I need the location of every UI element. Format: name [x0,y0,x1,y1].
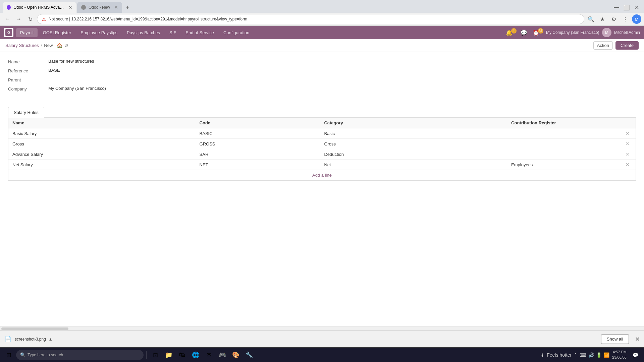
start-button[interactable]: ⊞ [3,349,15,361]
app-bar-right: 🔔 1 💬 ⏰ 31 My Company (San Francisco) M … [504,28,640,37]
back-button[interactable]: ← [3,14,12,24]
tab2-label: Odoo - New [89,5,110,10]
action-button[interactable]: Action [593,41,613,50]
tab2-close[interactable]: ✕ [114,5,118,10]
table-row[interactable]: Advance Salary SAR Deduction ✕ [8,149,636,160]
delete-row-4[interactable]: ✕ [624,161,632,168]
menu-payslips-batches[interactable]: Payslips Batches [123,28,164,37]
menu-sif[interactable]: SIF [165,28,180,37]
app1-icon: 🎮 [219,351,226,359]
taskbar-search[interactable]: 🔍 Type here to search [16,350,144,360]
extensions-icon[interactable]: ⚙ [609,14,619,24]
close-button[interactable]: ✕ [632,3,641,12]
field-reference: Reference BASE [8,68,636,73]
company-info[interactable]: My Company (San Francisco) [546,30,599,35]
taskbar-search-icon: 🔍 [20,352,25,357]
delete-row-2[interactable]: ✕ [624,140,632,147]
value-reference[interactable]: BASE [48,68,60,73]
menu-config[interactable]: Configuration [219,28,253,37]
menu-payroll[interactable]: Payroll [16,28,38,37]
notification-center-button[interactable]: 💬 [629,349,641,361]
keyboard-icon[interactable]: ⌨ [580,352,586,358]
sys-icons: 🌡 Feels hotter ⌃ ⌨ 🔊 🔋 📶 [540,352,609,358]
system-date: 23/06/06 [612,355,627,360]
download-close-icon[interactable]: ✕ [635,336,640,343]
cell-name-3: Advance Salary [8,149,196,160]
cell-code-3: SAR [196,149,320,160]
new-tab-button[interactable]: + [123,3,132,12]
mail-button[interactable]: ✉ [203,349,215,361]
download-item: 📄 screenshot-3.png ▲ [4,335,53,343]
network-icon[interactable]: 📶 [604,352,609,358]
address-bar[interactable]: ⚠ Not secure | 13.232.216.157:8216/web#m… [37,14,584,24]
breadcrumb-separator: / [41,43,42,48]
table-header: Name Code Category Contribution Register [8,118,636,128]
scrollbar-thumb[interactable] [1,327,68,330]
volume-icon[interactable]: 🔊 [588,352,594,358]
table-row[interactable]: Gross GROSS Gross ✕ [8,139,636,149]
menu-employee-payslips[interactable]: Employee Payslips [76,28,121,37]
breadcrumb-parent[interactable]: Salary Structures [5,43,39,48]
store-button[interactable]: 🛍 [176,349,188,361]
bookmark-icon[interactable]: ★ [598,14,607,24]
browser-tab-2[interactable]: Odoo - New ✕ [77,2,122,13]
cell-code-1: BASIC [196,128,320,139]
table-row[interactable]: Net Salary NET Net Employees ✕ [8,160,636,170]
refresh-button[interactable]: ↻ [25,14,35,24]
file-explorer-button[interactable]: 📁 [163,349,175,361]
col-header-code: Code [196,118,320,128]
form-content: Name Base for new structures Reference B… [0,52,644,102]
app3-button[interactable]: 🔧 [243,349,255,361]
app1-button[interactable]: 🎮 [216,349,228,361]
store-icon: 🛍 [179,351,185,358]
tab1-label: Odoo - Open HRMS Advance Sa [13,5,64,10]
delete-row-1[interactable]: ✕ [624,130,632,137]
task-view-button[interactable]: ⊡ [149,349,161,361]
tab1-icon [7,5,11,10]
value-name[interactable]: Base for new structures [48,59,94,64]
secondary-header: Salary Structures / New 🏠 ↺ Action Creat… [0,39,644,52]
chrome-button[interactable]: 🌐 [190,349,202,361]
cell-contribution-4: Employees [507,160,620,170]
tab-salary-rules[interactable]: Salary Rules [8,107,44,118]
horizontal-scrollbar[interactable] [0,326,644,330]
chevron-up-icon[interactable]: ⌃ [574,352,578,358]
user-avatar[interactable]: M [602,28,611,37]
browser-controls: ← → ↻ ⚠ Not secure | 13.232.216.157:8216… [0,13,644,25]
data-table: Name Code Category Contribution Register… [8,118,636,170]
battery-icon[interactable]: 🔋 [596,352,602,358]
breadcrumb-current: New [44,43,53,48]
more-icon[interactable]: ⋮ [621,14,630,24]
app2-button[interactable]: 🎨 [230,349,242,361]
taskbar-separator [146,351,147,359]
show-all-button[interactable]: Show all [601,334,629,344]
user-name[interactable]: Mitchell Admin [614,30,640,35]
menu-gosi[interactable]: GOSI Register [39,28,75,37]
add-line-button[interactable]: Add a line [8,170,636,180]
file-icon: 📄 [4,335,12,343]
home-icon[interactable]: 🏠 [57,43,62,48]
system-clock[interactable]: 4:57 PM 23/06/06 [612,350,627,360]
create-button[interactable]: Create [615,41,639,50]
download-chevron-icon[interactable]: ▲ [49,337,53,342]
profile-avatar[interactable]: M [632,14,641,24]
table-body: Basic Salary BASIC Basic ✕ Gross GROSS G… [8,128,636,170]
table-row[interactable]: Basic Salary BASIC Basic ✕ [8,128,636,139]
messages-icon[interactable]: 💬 [519,28,529,37]
cell-contribution-2 [507,139,620,149]
menu-eos[interactable]: End of Service [181,28,218,37]
weather-text: Feels hotter [547,352,572,358]
cell-code-2: GROSS [196,139,320,149]
discard-icon[interactable]: ↺ [64,43,68,48]
browser-tab-1[interactable]: Odoo - Open HRMS Advance Sa ✕ [3,2,76,13]
odoo-logo[interactable]: O [4,28,13,37]
taskbar-right: 🌡 Feels hotter ⌃ ⌨ 🔊 🔋 📶 4:57 PM 23/06/0… [540,349,641,361]
minimize-button[interactable]: — [612,3,621,12]
col-header-name: Name [8,118,196,128]
value-company[interactable]: My Company (San Francisco) [48,86,106,91]
restore-button[interactable]: ⬜ [622,3,631,12]
delete-row-3[interactable]: ✕ [624,151,632,158]
search-browser-icon[interactable]: 🔍 [586,14,596,24]
forward-button[interactable]: → [14,14,23,24]
tab1-close[interactable]: ✕ [68,5,72,10]
